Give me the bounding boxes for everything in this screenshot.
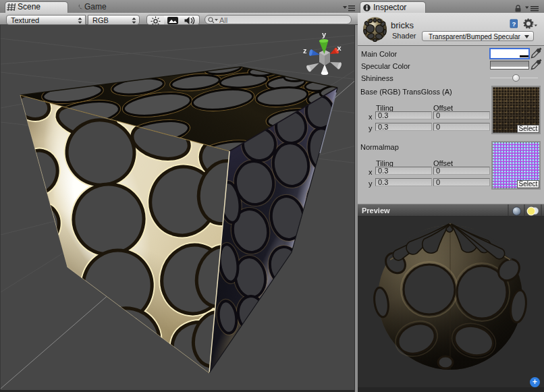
svg-text:x: x [337,44,342,52]
svg-text:y: y [322,30,327,38]
svg-text:?: ? [512,20,516,28]
svg-text:z: z [303,47,307,55]
